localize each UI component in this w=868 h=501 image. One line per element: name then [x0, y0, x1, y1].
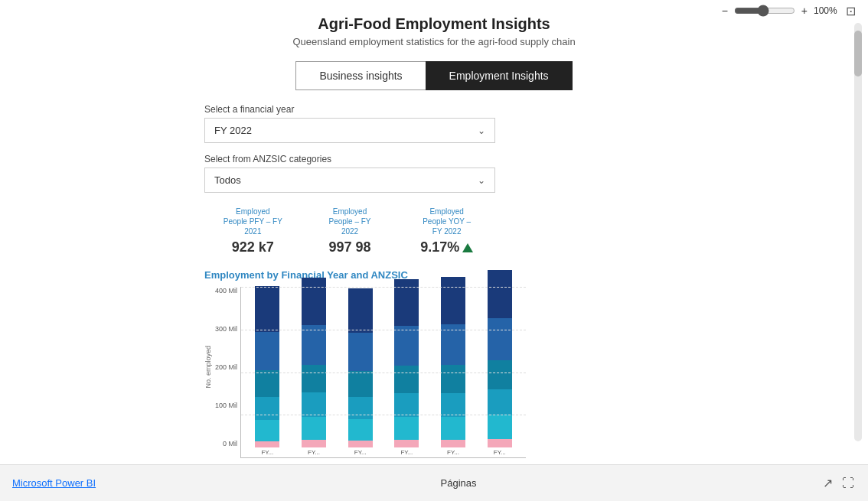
- x-label-1: FY...: [294, 449, 334, 456]
- bar-segment-1-5: [302, 278, 326, 325]
- main-content: − + 100% ⊡ Agri-Food Employment Insights…: [0, 0, 868, 464]
- bar-segment-0-5: [255, 286, 279, 332]
- anzsic-value: Todos: [214, 174, 241, 186]
- tab-employment-insights[interactable]: Employment Insights: [426, 61, 573, 90]
- zoom-in-button[interactable]: +: [798, 5, 811, 17]
- kpi-pfy-value: 922 k7: [210, 239, 295, 255]
- bar-group-1: [294, 278, 334, 447]
- bar-stack-4: [441, 277, 465, 447]
- x-label-3: FY...: [387, 449, 427, 456]
- fullscreen-icon[interactable]: ⛶: [840, 475, 856, 492]
- bar-segment-0-1: [255, 420, 279, 441]
- scrollbar-thumb[interactable]: [854, 31, 862, 76]
- bar-segment-1-0: [302, 440, 326, 447]
- bars-container: [241, 287, 526, 447]
- kpi-yoy: Employed People YOY – FY 2022 9.17%: [398, 203, 495, 259]
- kpi-fy2022-value: 997 98: [308, 239, 393, 255]
- gridline-200: [241, 372, 526, 373]
- zoom-out-button[interactable]: −: [719, 5, 731, 17]
- fit-page-button[interactable]: ⊡: [844, 2, 857, 20]
- bar-stack-1: [302, 278, 326, 447]
- bar-segment-4-4: [441, 324, 465, 365]
- bar-stack-0: [255, 286, 279, 447]
- x-label-4: FY...: [433, 449, 474, 456]
- y-axis-label: No. employed: [204, 346, 212, 389]
- financial-year-section: Select a financial year FY 2022 ⌄: [204, 104, 495, 154]
- tab-row: Business insights Employment Insights: [295, 61, 572, 90]
- bar-group-3: [387, 279, 427, 447]
- anzsic-section: Select from ANZSIC categories Todos ⌄: [204, 154, 495, 203]
- bar-group-0: [247, 286, 288, 447]
- page-container: Agri-Food Employment Insights Queensland…: [204, 15, 664, 458]
- financial-year-label: Select a financial year: [204, 104, 495, 115]
- page-subtitle: Queensland employment statistics for the…: [292, 36, 575, 47]
- kpi-fy2022: Employed People – FY 2022 997 98: [302, 203, 399, 259]
- anzsic-dropdown[interactable]: Todos ⌄: [204, 168, 495, 193]
- bar-segment-2-2: [348, 397, 373, 419]
- bar-group-5: [479, 270, 520, 447]
- x-label-0: FY...: [247, 449, 288, 456]
- bar-segment-0-2: [255, 397, 279, 420]
- bar-segment-3-2: [394, 393, 419, 417]
- x-labels-row: FY...FY...FY...FY...FY...FY...: [241, 447, 526, 457]
- scrollbar[interactable]: [854, 23, 862, 441]
- kpi-row: Employed People PFY – FY 2021 922 k7 Emp…: [204, 203, 495, 259]
- footer: Microsoft Power BI Páginas ↗ ⛶: [0, 464, 868, 501]
- x-label-5: FY...: [479, 449, 520, 456]
- bar-segment-5-0: [488, 439, 512, 447]
- bar-segment-5-5: [488, 270, 512, 318]
- gridline-300: [241, 330, 526, 330]
- bar-stack-3: [394, 279, 419, 447]
- bar-segment-4-2: [441, 393, 465, 417]
- footer-right: ↗ ⛶: [821, 474, 856, 492]
- bar-group-4: [433, 277, 474, 447]
- page-title: Agri-Food Employment Insights: [318, 15, 550, 33]
- bar-segment-5-4: [488, 318, 512, 360]
- y-tick-200: 200 Mil: [215, 363, 237, 371]
- top-zoom-bar: − + 100% ⊡: [719, 0, 857, 21]
- kpi-yoy-label: Employed People YOY – FY 2022: [423, 207, 471, 236]
- y-tick-100: 100 Mil: [215, 402, 237, 409]
- financial-year-dropdown[interactable]: FY 2022 ⌄: [204, 118, 495, 143]
- bar-segment-3-0: [394, 440, 419, 447]
- y-tick-300: 300 Mil: [215, 325, 237, 333]
- bar-segment-4-0: [441, 440, 465, 447]
- bar-group-2: [340, 288, 380, 447]
- bar-segment-0-4: [255, 332, 279, 370]
- bar-segment-0-0: [255, 441, 279, 447]
- bar-segment-2-5: [348, 288, 373, 333]
- zoom-slider[interactable]: [734, 5, 795, 17]
- bar-segment-4-1: [441, 417, 465, 440]
- bar-stack-5: [488, 270, 512, 447]
- bar-segment-2-4: [348, 333, 373, 371]
- bar-segment-1-4: [302, 325, 326, 365]
- bar-segment-3-3: [394, 366, 419, 393]
- bar-segment-5-3: [488, 360, 512, 389]
- pages-label: Páginas: [441, 477, 477, 489]
- zoom-percentage: 100%: [814, 5, 841, 16]
- bar-segment-2-1: [348, 419, 373, 441]
- chart-section: Employment by Financial Year and ANZSIC …: [204, 269, 526, 458]
- y-tick-0: 0 Mil: [223, 440, 237, 447]
- bar-segment-0-3: [255, 370, 279, 397]
- bar-segment-4-3: [441, 365, 465, 393]
- bar-segment-1-1: [302, 417, 326, 440]
- y-tick-400: 400 Mil: [215, 287, 237, 294]
- bar-segment-1-2: [302, 392, 326, 417]
- tab-business-insights[interactable]: Business insights: [295, 61, 425, 90]
- bar-segment-3-1: [394, 417, 419, 440]
- anzsic-label: Select from ANZSIC categories: [204, 154, 495, 164]
- gridline-400: [241, 287, 526, 288]
- share-icon[interactable]: ↗: [821, 474, 834, 492]
- bar-segment-2-0: [348, 441, 373, 447]
- kpi-yoy-indicator-row: 9.17%: [420, 239, 473, 255]
- anzsic-arrow-icon: ⌄: [478, 175, 485, 186]
- kpi-yoy-value: 9.17%: [420, 239, 459, 255]
- powerbi-link[interactable]: Microsoft Power BI: [12, 477, 96, 489]
- kpi-fy2022-label: Employed People – FY 2022: [308, 207, 393, 236]
- gridline-100: [241, 415, 526, 415]
- financial-year-arrow-icon: ⌄: [478, 125, 485, 136]
- bar-segment-2-3: [348, 371, 373, 397]
- x-label-2: FY...: [340, 449, 380, 456]
- bar-segment-4-5: [441, 277, 465, 324]
